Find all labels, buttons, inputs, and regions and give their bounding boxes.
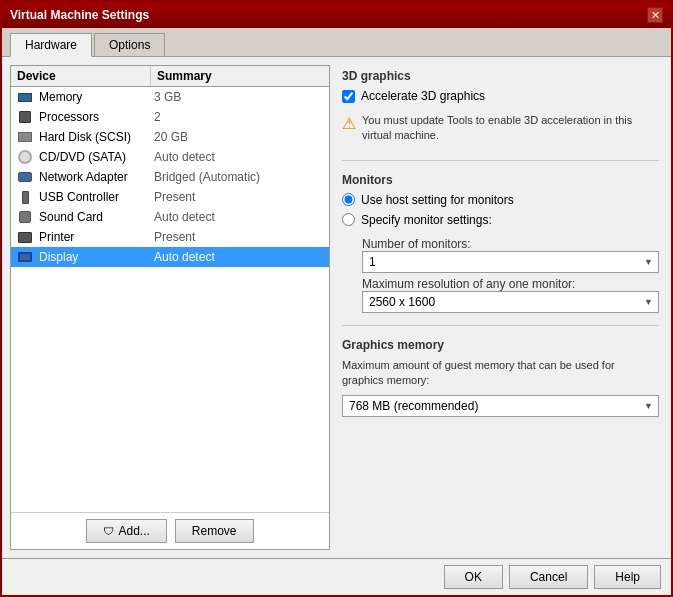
col-summary: Summary (151, 66, 329, 86)
device-name: Printer (35, 229, 150, 245)
device-table: Device Summary Memory 3 GB Processors 2 … (11, 66, 329, 512)
max-res-wrap: 1024 x 768 1280 x 1024 1920 x 1080 2560 … (362, 291, 659, 313)
shield-icon: 🛡 (103, 525, 114, 537)
monitors-section: Monitors Use host setting for monitors S… (342, 173, 659, 313)
window-title: Virtual Machine Settings (10, 8, 149, 22)
monitor-settings-indent: Number of monitors: 1234 Maximum resolut… (342, 233, 659, 313)
display-icon (15, 249, 35, 265)
graphics-memory-dropdown[interactable]: 128 MB 256 MB 512 MB 768 MB (recommended… (342, 395, 659, 417)
title-bar: Virtual Machine Settings ✕ (2, 2, 671, 28)
radio-specify[interactable] (342, 213, 355, 226)
close-button[interactable]: ✕ (647, 7, 663, 23)
main-window: Virtual Machine Settings ✕ Hardware Opti… (0, 0, 673, 597)
graphics-title: 3D graphics (342, 69, 659, 83)
help-button[interactable]: Help (594, 565, 661, 589)
graphics-memory-wrap: 128 MB 256 MB 512 MB 768 MB (recommended… (342, 395, 659, 417)
device-name: Network Adapter (35, 169, 150, 185)
cdrom-icon (15, 149, 35, 165)
device-row[interactable]: Hard Disk (SCSI) 20 GB (11, 127, 329, 147)
accelerate-checkbox[interactable] (342, 90, 355, 103)
graphics-section: 3D graphics Accelerate 3D graphics ⚠ You… (342, 69, 659, 148)
radio-host-row: Use host setting for monitors (342, 193, 659, 207)
accelerate-row: Accelerate 3D graphics (342, 89, 659, 103)
device-name: Hard Disk (SCSI) (35, 129, 150, 145)
disk-icon (15, 129, 35, 145)
device-name: Display (35, 249, 150, 265)
device-summary: Auto detect (150, 209, 329, 225)
radio-specify-label: Specify monitor settings: (361, 213, 492, 227)
num-monitors-wrap: 1234 (362, 251, 659, 273)
device-name: CD/DVD (SATA) (35, 149, 150, 165)
network-icon (15, 169, 35, 185)
device-row[interactable]: Processors 2 (11, 107, 329, 127)
device-row[interactable]: Network Adapter Bridged (Automatic) (11, 167, 329, 187)
num-monitors-label: Number of monitors: (362, 237, 659, 251)
accelerate-label: Accelerate 3D graphics (361, 89, 485, 103)
sound-icon (15, 209, 35, 225)
separator-2 (342, 325, 659, 326)
warning-icon: ⚠ (342, 114, 356, 133)
num-monitors-dropdown[interactable]: 1234 (362, 251, 659, 273)
device-row[interactable]: Printer Present (11, 227, 329, 247)
device-name: USB Controller (35, 189, 150, 205)
device-panel: Device Summary Memory 3 GB Processors 2 … (10, 65, 330, 550)
usb-icon (15, 189, 35, 205)
device-summary: 2 (150, 109, 329, 125)
radio-host[interactable] (342, 193, 355, 206)
device-name: Sound Card (35, 209, 150, 225)
tab-options[interactable]: Options (94, 33, 165, 56)
device-summary: Present (150, 229, 329, 245)
footer: OK Cancel Help (2, 558, 671, 595)
device-row[interactable]: Memory 3 GB (11, 87, 329, 107)
printer-icon (15, 229, 35, 245)
device-summary: 20 GB (150, 129, 329, 145)
max-res-dropdown[interactable]: 1024 x 768 1280 x 1024 1920 x 1080 2560 … (362, 291, 659, 313)
add-button[interactable]: 🛡 Add... (86, 519, 166, 543)
radio-specify-row: Specify monitor settings: (342, 213, 659, 227)
col-device: Device (11, 66, 151, 86)
tab-bar: Hardware Options (2, 28, 671, 57)
device-summary: Auto detect (150, 249, 329, 265)
device-summary: Present (150, 189, 329, 205)
device-row[interactable]: Sound Card Auto detect (11, 207, 329, 227)
device-name: Memory (35, 89, 150, 105)
memory-icon (15, 89, 35, 105)
warning-text: You must update Tools to enable 3D accel… (362, 113, 659, 144)
device-summary: 3 GB (150, 89, 329, 105)
ok-button[interactable]: OK (444, 565, 503, 589)
remove-button[interactable]: Remove (175, 519, 254, 543)
settings-panel: 3D graphics Accelerate 3D graphics ⚠ You… (338, 65, 663, 550)
table-header: Device Summary (11, 66, 329, 87)
graphics-memory-desc: Maximum amount of guest memory that can … (342, 358, 659, 389)
graphics-memory-title: Graphics memory (342, 338, 659, 352)
separator-1 (342, 160, 659, 161)
cancel-button[interactable]: Cancel (509, 565, 588, 589)
radio-host-label: Use host setting for monitors (361, 193, 514, 207)
warning-box: ⚠ You must update Tools to enable 3D acc… (342, 109, 659, 148)
graphics-memory-section: Graphics memory Maximum amount of guest … (342, 338, 659, 417)
device-row[interactable]: Display Auto detect (11, 247, 329, 267)
device-row[interactable]: CD/DVD (SATA) Auto detect (11, 147, 329, 167)
device-buttons: 🛡 Add... Remove (11, 512, 329, 549)
device-summary: Bridged (Automatic) (150, 169, 329, 185)
device-summary: Auto detect (150, 149, 329, 165)
device-name: Processors (35, 109, 150, 125)
tab-hardware[interactable]: Hardware (10, 33, 92, 57)
device-row[interactable]: USB Controller Present (11, 187, 329, 207)
main-content: Device Summary Memory 3 GB Processors 2 … (2, 57, 671, 558)
monitors-title: Monitors (342, 173, 659, 187)
max-res-label: Maximum resolution of any one monitor: (362, 277, 659, 291)
cpu-icon (15, 109, 35, 125)
